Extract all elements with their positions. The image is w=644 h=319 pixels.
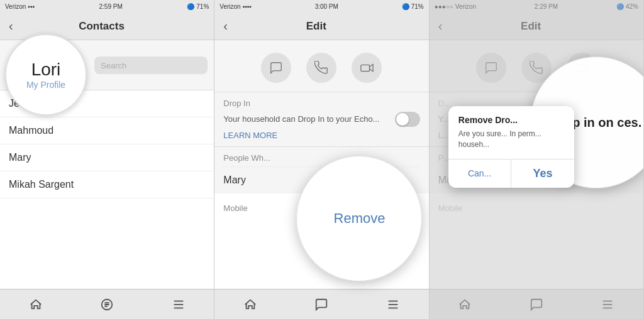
search-bar[interactable]: Search [94,57,208,74]
home-tab-2[interactable] [243,298,257,311]
tab-bar-2 [214,289,428,319]
drop-in-description: Your household can Drop In to your Echo.… [223,114,389,125]
status-left-1: Verizon ▪▪▪ [5,3,35,10]
drop-in-toggle[interactable] [395,112,420,127]
dialog-message: Are you sure... In perm... househ... [458,129,564,150]
dialog-content: Remove Dro... Are you sure... In perm...… [448,106,574,159]
learn-more-link[interactable]: LEARN MORE [223,131,419,140]
confirm-button[interactable]: Yes [511,160,574,188]
dialog-actions: Can... Yes [448,160,574,188]
list-item[interactable]: Mary [0,144,214,171]
tab-bar-1 [0,289,214,319]
action-icons-row-2 [214,40,428,92]
remove-label[interactable]: Remove [334,210,386,227]
back-button-1[interactable]: ‹ [9,19,13,33]
message-icon-btn-2[interactable] [261,53,291,83]
time-2: 3:00 PM [315,3,338,10]
remove-circle-overlay[interactable]: Remove [296,156,422,281]
video-icon-btn-2[interactable] [352,53,382,83]
chat-tab-1[interactable] [100,298,114,311]
signal-icon-2: ▪▪▪▪ [243,3,252,10]
svg-marker-5 [370,65,374,72]
home-tab-1[interactable] [29,298,43,311]
panel-contacts: Verizon ▪▪▪ 2:59 PM 🔵 71% ‹ Contacts Lor… [0,0,214,319]
list-item[interactable]: Mikah Sargent [0,171,214,198]
nav-title-2: Edit [306,20,326,33]
panel-edit: Verizon ▪▪▪▪ 3:00 PM 🔵 71% ‹ Edit Drop I… [214,0,429,319]
drop-in-section: Drop In Your household can Drop In to yo… [214,92,428,146]
bluetooth-icon-1: 🔵 [187,3,194,10]
time-1: 2:59 PM [99,3,123,10]
nav-title-1: Contacts [79,20,125,33]
back-button-2[interactable]: ‹ [223,19,228,33]
drop-in-row: Your household can Drop In to your Echo.… [223,112,419,127]
profile-name: Lori [31,60,61,80]
confirm-dialog: Remove Dro... Are you sure... In perm...… [448,106,574,188]
toggle-knob [396,113,409,126]
status-bar-1: Verizon ▪▪▪ 2:59 PM 🔵 71% [0,0,214,13]
dialog-title: Remove Dro... [458,115,564,125]
signal-icon-1: ▪▪▪ [28,3,35,10]
people-label: People Wh... [223,153,419,163]
menu-tab-2[interactable] [386,298,400,311]
search-placeholder: Search [101,61,126,70]
chat-tab-2[interactable] [314,298,328,311]
nav-bar-2: ‹ Edit [214,13,428,40]
battery-2: 71% [411,3,424,10]
dialog-overlay: Drop in on ces. Remove Dro... Are you su… [430,0,643,319]
menu-tab-1[interactable] [172,298,186,311]
profile-circle[interactable]: Lori My Profile [5,34,87,116]
drop-in-label: Drop In [223,99,419,108]
bluetooth-icon-2: 🔵 [402,3,409,10]
carrier-1: Verizon [5,3,26,10]
profile-sub: My Profile [26,80,65,90]
battery-1: 71% [196,3,209,10]
contacts-list: Jeff Mahmoud Mary Mikah Sargent [0,90,214,289]
call-icon-btn-2[interactable] [306,53,336,83]
svg-rect-4 [361,65,370,71]
status-bar-2: Verizon ▪▪▪▪ 3:00 PM 🔵 71% [214,0,428,13]
status-right-1: 🔵 71% [187,3,209,10]
people-name: Mary [223,175,246,186]
panel-confirm: ●●●○○ Verizon 2:29 PM 🔵 42% ‹ Edit D... … [430,0,644,319]
carrier-2: Verizon [219,3,240,10]
list-item[interactable]: Mahmoud [0,117,214,144]
cancel-button[interactable]: Can... [448,160,512,188]
